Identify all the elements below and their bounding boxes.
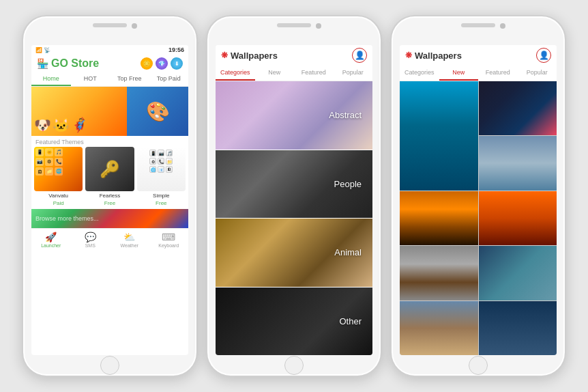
category-abstract[interactable]: Abstract [216, 81, 372, 150]
banner-right: 🎨 [127, 87, 188, 136]
download-icon[interactable]: ⬇ [171, 57, 183, 70]
sms-icon: 💬 [85, 232, 96, 242]
animal-label: Animal [216, 247, 372, 257]
wallpapers-header-3: ❋ Wallpapers 👤 [400, 45, 557, 66]
fearless-key-icon: 🔑 [100, 160, 120, 179]
grid-item-city2[interactable] [479, 301, 557, 355]
footer-sms-label: SMS [85, 243, 95, 248]
go-store-logo: 🏪 GO Store [37, 57, 99, 70]
wp-tabs-3: Categories New Featured Popular [400, 66, 557, 81]
phone-2-bottom [284, 355, 304, 376]
home-button-2[interactable] [284, 356, 304, 375]
launcher-icon: 🚀 [45, 232, 57, 242]
status-left: 📶 📡 [35, 47, 50, 53]
nav-home[interactable]: Home [31, 72, 71, 86]
banner-image: 🎨 [146, 100, 170, 123]
wallpapers-header-2: ❋ Wallpapers 👤 [216, 45, 372, 66]
phone-1: 📶 📡 19:56 🏪 GO Store 🪙 💎 ⬇ Home HOT [22, 15, 198, 377]
wallpapers-title-2: ❋ Wallpapers [221, 51, 278, 61]
banner-left: 🐶 🐱 🦸 [31, 87, 127, 136]
grid-item-lake[interactable] [479, 246, 557, 300]
footer-keyboard-label: Keyboard [158, 243, 179, 248]
footer-sms[interactable]: 💬 SMS [71, 232, 111, 248]
tab-popular-2[interactable]: Popular [334, 66, 373, 81]
go-store-banner: 🐶 🐱 🦸 🎨 [31, 87, 188, 136]
wallpaper-grid [400, 81, 557, 355]
theme-vanvatu-image: 📱🌞🎵 📷⚙📞 🗓📁🌐 [34, 147, 83, 191]
phone-3-screen: ❋ Wallpapers 👤 Categories New Featured P… [400, 45, 557, 355]
nav-top-paid[interactable]: Top Paid [149, 72, 189, 86]
abstract-label: Abstract [216, 110, 372, 120]
phone-2: ❋ Wallpapers 👤 Categories New Featured P… [206, 15, 382, 377]
keyboard-icon: ⌨ [162, 232, 175, 242]
wallpapers-title-3: ❋ Wallpapers [405, 51, 462, 61]
flower-icon-2: ❋ [221, 51, 228, 60]
category-other[interactable]: Other [216, 288, 372, 356]
go-store-nav: Home HOT Top Free Top Paid [31, 72, 188, 87]
featured-themes-label: Featured Themes [31, 136, 188, 147]
fearless-name: Fearless [85, 193, 134, 199]
wallpaper-categories: Abstract People Animal Other [216, 81, 372, 355]
footer-weather-label: Weather [121, 243, 138, 248]
go-store-footer: 🚀 Launcher 💬 SMS ⛅ Weather ⌨ Keyboard [31, 228, 188, 249]
coin-icon[interactable]: 🪙 [141, 57, 153, 70]
vanvatu-name: Vanvatu [34, 193, 83, 199]
wp-tabs-2: Categories New Featured Popular [216, 66, 372, 81]
theme-vanvatu[interactable]: 📱🌞🎵 📷⚙📞 🗓📁🌐 Vanvatu Paid [34, 147, 83, 206]
category-animal[interactable]: Animal [216, 219, 372, 287]
phone-3: ❋ Wallpapers 👤 Categories New Featured P… [390, 15, 566, 377]
footer-launcher[interactable]: 🚀 Launcher [31, 232, 71, 248]
tab-featured-3[interactable]: Featured [478, 66, 518, 81]
footer-launcher-label: Launcher [41, 243, 61, 248]
banner-char-3: 🦸 [71, 117, 88, 133]
theme-fearless-image: 🔑 [85, 147, 134, 191]
nav-top-free[interactable]: Top Free [110, 72, 149, 86]
diamond-icon[interactable]: 💎 [156, 57, 168, 70]
grid-item-building[interactable] [479, 136, 557, 190]
category-people[interactable]: People [216, 150, 372, 219]
person-icon-2[interactable]: 👤 [352, 48, 367, 63]
go-store-header: 🏪 GO Store 🪙 💎 ⬇ [31, 55, 188, 72]
theme-simple-image: 📱📷🎵 ⚙📞📁 🌐📧🗓 [137, 147, 186, 191]
footer-weather[interactable]: ⛅ Weather [110, 232, 149, 248]
tab-popular-3[interactable]: Popular [518, 66, 557, 81]
grid-item-city[interactable] [479, 81, 557, 135]
store-icon: 🏪 [37, 58, 48, 69]
person-icon-3[interactable]: 👤 [536, 48, 551, 63]
flower-icon-3: ❋ [405, 51, 412, 60]
tab-categories-3[interactable]: Categories [400, 66, 439, 81]
home-button[interactable] [100, 356, 119, 375]
tab-new-3[interactable]: New [439, 66, 479, 81]
phone-1-bottom [100, 355, 119, 376]
phone-1-screen: 📶 📡 19:56 🏪 GO Store 🪙 💎 ⬇ Home HOT [31, 45, 188, 355]
tab-featured-2[interactable]: Featured [294, 66, 334, 81]
grid-item-ocean[interactable] [400, 81, 478, 191]
other-label: Other [216, 316, 372, 326]
grid-item-road[interactable] [400, 246, 478, 300]
banner-char-2: 🐱 [53, 117, 70, 133]
simple-price: Free [137, 200, 186, 206]
more-themes-row[interactable]: Browse more themes... [31, 209, 188, 228]
nav-hot[interactable]: HOT [71, 72, 111, 86]
theme-fearless[interactable]: 🔑 Fearless Free [85, 147, 134, 206]
phone-3-bottom [469, 355, 488, 376]
fearless-price: Free [85, 200, 134, 206]
grid-item-gate[interactable] [479, 191, 557, 245]
footer-keyboard[interactable]: ⌨ Keyboard [149, 232, 189, 248]
header-icons: 🪙 💎 ⬇ [141, 57, 183, 70]
wallpapers-label-2: Wallpapers [231, 51, 278, 61]
tab-new-2[interactable]: New [255, 66, 295, 81]
grid-item-windmill[interactable] [400, 191, 478, 245]
home-button-3[interactable] [469, 356, 488, 375]
clock: 19:56 [168, 46, 184, 53]
weather-icon: ⛅ [123, 232, 135, 242]
simple-name: Simple [137, 193, 186, 199]
phone-2-screen: ❋ Wallpapers 👤 Categories New Featured P… [216, 45, 372, 355]
go-store-title: GO Store [51, 57, 99, 70]
themes-row: 📱🌞🎵 📷⚙📞 🗓📁🌐 Vanvatu Paid [31, 147, 188, 209]
scene: 📶 📡 19:56 🏪 GO Store 🪙 💎 ⬇ Home HOT [8, 1, 580, 391]
grid-item-desert[interactable] [400, 301, 478, 355]
theme-simple[interactable]: 📱📷🎵 ⚙📞📁 🌐📧🗓 Simple Free [137, 147, 186, 206]
banner-char-1: 🐶 [34, 117, 51, 133]
tab-categories-2[interactable]: Categories [216, 66, 255, 81]
